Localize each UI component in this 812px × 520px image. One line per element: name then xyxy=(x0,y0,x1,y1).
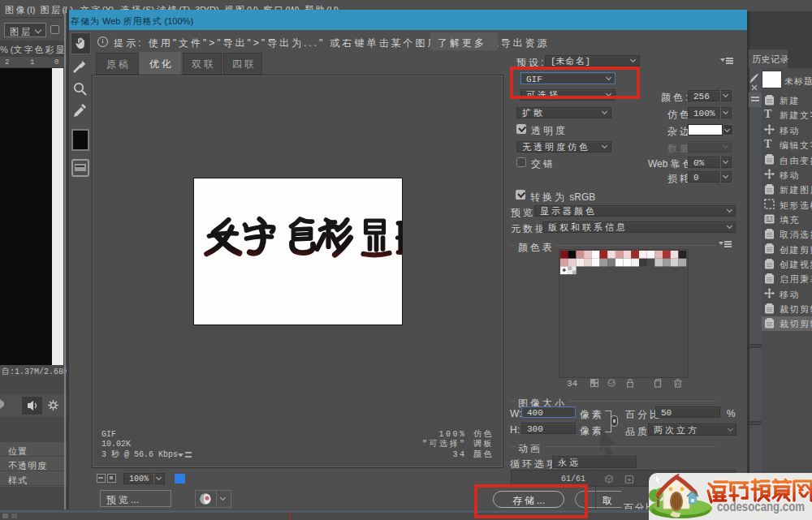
svg-text:codesocang.com: codesocang.com xyxy=(717,500,805,514)
